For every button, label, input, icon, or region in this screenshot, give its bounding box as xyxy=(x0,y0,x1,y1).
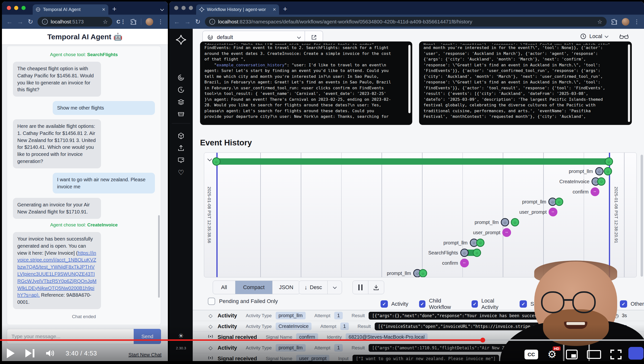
blue-fab[interactable] xyxy=(628,347,644,360)
next-icon[interactable] xyxy=(25,349,34,358)
activity-scheduled-marker[interactable]: ◇ xyxy=(595,167,604,176)
profile-avatar[interactable] xyxy=(146,18,153,26)
back-icon[interactable]: ← xyxy=(6,18,13,25)
fullscreen-icon[interactable] xyxy=(610,350,622,359)
minimize-window-icon[interactable] xyxy=(182,6,186,10)
back-icon[interactable]: ← xyxy=(174,18,180,25)
workflow-end-marker[interactable]: ◇ xyxy=(605,157,613,166)
sort-order-button[interactable]: ↓Desc xyxy=(299,280,342,294)
signal-marker[interactable]: •• xyxy=(502,228,511,237)
tab-close-icon[interactable]: ✕ xyxy=(102,7,106,12)
nav-batch-icon[interactable] xyxy=(177,110,185,119)
sort-dropdown-chevron-icon[interactable] xyxy=(328,281,342,294)
workflow-input-json[interactable]: "description": "Help the LLM agent pick … xyxy=(200,42,412,125)
activity-scheduled-marker[interactable]: ◇ xyxy=(501,218,509,226)
tab-compact[interactable]: Compact xyxy=(236,281,272,294)
miniplayer-icon[interactable] xyxy=(566,350,578,359)
temporal-logo-icon[interactable] xyxy=(176,35,186,46)
new-tab-button[interactable]: + xyxy=(112,5,116,13)
tab-search-chevron-icon[interactable] xyxy=(161,7,164,12)
theater-mode-icon[interactable] xyxy=(587,350,601,359)
filter-activity[interactable]: ✓Activity xyxy=(380,298,408,310)
activity-completed-marker[interactable]: ◇ xyxy=(511,218,519,226)
activity-completed-marker[interactable]: ◇ xyxy=(604,167,612,176)
filter-child-workflow[interactable]: ✓Child Workflow xyxy=(419,298,461,310)
timezone-select[interactable]: Local xyxy=(580,33,608,40)
checkbox-checked[interactable]: ✓ xyxy=(472,300,478,308)
activity-scheduled-marker[interactable]: ◇ xyxy=(460,248,468,257)
activity-completed-marker[interactable]: ◇ xyxy=(473,248,481,257)
browser-menu-icon[interactable]: ⋮ xyxy=(158,18,164,25)
play-icon[interactable] xyxy=(7,348,15,358)
zoom-window-icon[interactable] xyxy=(22,6,26,10)
close-window-icon[interactable] xyxy=(7,6,11,10)
progress-scrubber-dot[interactable] xyxy=(480,338,485,342)
reload-icon[interactable]: ↻ xyxy=(28,18,33,25)
reload-icon[interactable]: ↻ xyxy=(195,18,200,25)
timeline-event-label: prompt_llm xyxy=(474,220,498,225)
nav-labs-icon[interactable] xyxy=(177,156,185,165)
browser-menu-icon[interactable]: ⋮ xyxy=(634,18,640,25)
forward-icon[interactable]: → xyxy=(184,18,191,25)
activity-completed-marker[interactable]: ◇ xyxy=(419,269,427,278)
site-info-icon[interactable]: i xyxy=(42,19,48,25)
tab-workflow-history[interactable]: Workflow History | agent-wor ✕ xyxy=(196,4,279,15)
pending-failed-filter[interactable]: Pending and Failed Only xyxy=(208,298,278,305)
site-info-icon[interactable]: i xyxy=(209,19,215,25)
field-value-chip: 1 xyxy=(334,312,343,319)
signal-marker[interactable]: •• xyxy=(460,258,469,268)
volume-icon[interactable] xyxy=(45,349,55,358)
signal-marker[interactable]: •• xyxy=(548,208,558,216)
checkbox-unchecked[interactable] xyxy=(208,298,215,305)
nav-deployments-icon[interactable] xyxy=(177,98,185,106)
address-bar[interactable]: i localhost:5173 ☆ xyxy=(38,17,112,26)
tab-temporal-ai-agent[interactable]: Temporal AI Agent ✕ xyxy=(33,4,108,15)
forward-icon[interactable]: → xyxy=(17,18,24,25)
download-button[interactable] xyxy=(368,281,384,294)
nav-feedback-heart-icon[interactable]: ♡ xyxy=(178,168,184,177)
nav-workflows-icon[interactable] xyxy=(177,74,185,82)
minimize-window-icon[interactable] xyxy=(14,6,18,10)
extension-badge-icon[interactable]: C⋮ xyxy=(116,19,126,25)
pause-button[interactable] xyxy=(353,281,368,294)
nav-schedules-icon[interactable] xyxy=(177,86,185,94)
code-scrollbar[interactable] xyxy=(408,45,410,113)
new-tab-button[interactable]: + xyxy=(283,5,287,13)
code-scrollbar[interactable] xyxy=(628,44,630,122)
settings-gear-icon[interactable]: ⚙HD xyxy=(548,349,557,360)
close-window-icon[interactable] xyxy=(174,6,178,10)
checkbox-checked[interactable]: ✓ xyxy=(419,300,426,308)
tab-json[interactable]: JSON xyxy=(272,281,300,294)
progress-bar-played[interactable] xyxy=(0,339,483,341)
nav-codec-icon[interactable] xyxy=(177,132,185,140)
checkbox-checked[interactable]: ✓ xyxy=(380,300,388,308)
window-controls[interactable] xyxy=(7,6,26,10)
profile-avatar[interactable] xyxy=(622,18,629,26)
bookmark-star-icon[interactable]: ☆ xyxy=(103,18,108,25)
chevron-down-icon xyxy=(297,35,301,39)
invoice-link[interactable]: https://invoice.stripe.com/i/acct_1NBOLu… xyxy=(17,250,96,298)
extensions-puzzle-icon[interactable] xyxy=(611,18,618,25)
nav-import-icon[interactable] xyxy=(177,144,185,152)
activity-completed-marker[interactable]: ◇ xyxy=(597,177,606,186)
window-controls[interactable] xyxy=(174,6,193,10)
address-bar[interactable]: i localhost:8233/namespaces/default/work… xyxy=(205,17,607,26)
signal-marker[interactable]: •• xyxy=(590,187,599,196)
workflow-start-marker[interactable]: ◇ xyxy=(212,157,220,166)
tab-title: Workflow History | agent-wor xyxy=(207,7,270,12)
labs-glasses-icon[interactable] xyxy=(619,33,629,41)
chat-scrollbar[interactable] xyxy=(158,215,160,298)
tab-close-icon[interactable]: ✕ xyxy=(273,7,276,12)
page-scrollbar[interactable] xyxy=(640,155,643,277)
tab-all[interactable]: All xyxy=(213,281,236,294)
zoom-window-icon[interactable] xyxy=(189,6,193,10)
workflow-duration-bar[interactable] xyxy=(216,158,609,165)
progress-bar-remaining[interactable] xyxy=(483,339,644,341)
captions-button[interactable]: CC xyxy=(524,350,538,359)
tab-title: Temporal AI Agent xyxy=(43,7,100,12)
bookmark-star-icon[interactable]: ☆ xyxy=(597,18,602,25)
activity-completed-marker[interactable]: ◇ xyxy=(476,238,484,247)
workflow-result-json[interactable]: None}, 'next': 'question'}, 'response': … xyxy=(419,42,632,125)
extensions-puzzle-icon[interactable] xyxy=(130,18,136,25)
activity-completed-marker[interactable]: ◇ xyxy=(555,198,563,206)
